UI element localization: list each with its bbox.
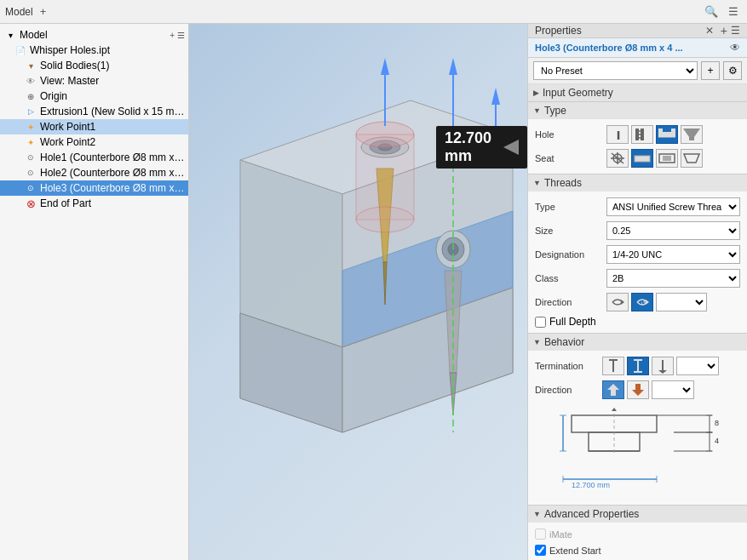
termination-btn-2[interactable] <box>627 357 649 375</box>
tree-item-hole2[interactable]: ⊙ Hole2 (Counterbore Ø8 mm x 4 mm, <box>0 165 188 180</box>
section-input-geometry-header[interactable]: ▶ Input Geometry <box>528 84 747 101</box>
imate-checkbox[interactable] <box>535 529 546 540</box>
section-type-header[interactable]: ▼ Type <box>528 102 747 119</box>
seat-type-btn-4[interactable] <box>681 149 703 168</box>
tree-item-end-of-part[interactable]: ⊗ End of Part <box>0 196 188 211</box>
hole-controls: | | <box>606 125 740 144</box>
behavior-direction-controls <box>602 380 740 399</box>
thread-direction-btn-2[interactable]: ↺ <box>631 293 653 311</box>
svg-rect-28 <box>641 129 644 140</box>
full-depth-row: Full Depth <box>535 314 740 329</box>
preset-select[interactable]: No Preset <box>533 61 698 80</box>
direction-select[interactable] <box>652 380 694 399</box>
seat-type-btn-3[interactable] <box>656 149 678 168</box>
thread-class-select[interactable]: 2B <box>606 269 740 288</box>
thread-class-row: Class 2B <box>535 266 740 290</box>
tree-label-file: Whisper Holes.ipt <box>30 44 110 56</box>
tree-item-view[interactable]: 👁 View: Master <box>0 73 188 89</box>
viewport[interactable]: 12.700 mm <box>189 24 527 560</box>
thread-direction-btn-1[interactable] <box>606 293 629 311</box>
preset-add-button[interactable]: + <box>701 61 720 80</box>
hole-type-btn-2[interactable] <box>631 125 653 144</box>
properties-add-button[interactable]: + <box>721 24 727 37</box>
svg-marker-81 <box>612 408 617 411</box>
behavior-expand-icon: ▼ <box>533 338 541 346</box>
tree-item-solid-bodies[interactable]: ▾ Solid Bodies(1) <box>0 58 188 73</box>
hole1-icon: ⊙ <box>24 151 37 164</box>
add-tab-button[interactable]: + <box>40 5 47 18</box>
type-title: Type <box>544 105 566 117</box>
model-expand-icon: ▾ <box>3 28 17 42</box>
termination-btn-3[interactable] <box>652 357 674 375</box>
origin-icon: ⊕ <box>24 89 37 103</box>
direction-btn-1[interactable] <box>602 380 624 399</box>
seat-type-btn-1[interactable] <box>606 149 629 168</box>
tree-item-hole1[interactable]: ⊙ Hole1 (Counterbore Ø8 mm x 4 mm, <box>0 150 188 165</box>
search-icon[interactable]: 🔍 <box>703 3 720 20</box>
section-input-geometry: ▶ Input Geometry <box>528 84 747 102</box>
thread-designation-select[interactable]: 1/4-20 UNC <box>606 245 740 264</box>
direction-btn-2[interactable] <box>627 380 649 399</box>
section-behavior: ▼ Behavior Termination <box>528 334 747 506</box>
tree-item-file[interactable]: 📄 Whisper Holes.ipt <box>0 43 188 58</box>
termination-select[interactable] <box>676 357 719 375</box>
svg-rect-42 <box>635 156 650 162</box>
thread-size-label: Size <box>535 226 603 236</box>
svg-rect-33 <box>663 132 671 137</box>
tree-item-hole3[interactable]: ⊙ Hole3 (Counterbore Ø8 mm x 4 m <box>0 180 188 196</box>
menu-icon[interactable]: ☰ <box>725 3 742 20</box>
tree-menu-icon[interactable]: ☰ <box>177 31 185 40</box>
thread-type-row: Type ANSI Unified Screw Threa <box>535 195 740 219</box>
thread-type-select[interactable]: ANSI Unified Screw Threa <box>606 197 740 216</box>
prop-tab-title[interactable]: Hole3 (Counterbore Ø8 mm x 4 ... <box>535 43 730 53</box>
tree-item-origin[interactable]: ⊕ Origin <box>0 89 188 104</box>
tree-label-extrusion: Extrusion1 (New Solid x 15 mm) <box>40 106 185 117</box>
hole-type-btn-1[interactable]: | | <box>606 125 629 144</box>
section-threads-header[interactable]: ▼ Threads <box>528 174 747 191</box>
behavior-content: Termination <box>528 351 747 505</box>
properties-title: Properties <box>535 25 702 37</box>
tree-item-workpoint1[interactable]: ✦ Work Point1 <box>0 119 188 134</box>
behavior-direction-label: Direction <box>535 385 599 395</box>
hole-type-btn-4[interactable] <box>681 125 703 144</box>
imate-row: iMate <box>535 526 740 542</box>
svg-rect-71 <box>589 432 640 451</box>
section-behavior-header[interactable]: ▼ Behavior <box>528 334 747 351</box>
properties-menu-button[interactable]: ☰ <box>731 25 740 37</box>
seat-type-btn-2[interactable] <box>631 149 653 168</box>
svg-rect-70 <box>572 415 657 432</box>
hole-diagram-svg: 8 mm 4 mm <box>555 407 721 496</box>
extend-start-checkbox[interactable] <box>535 545 546 556</box>
tree-item-workpoint2[interactable]: ✦ Work Point2 <box>0 134 188 150</box>
full-depth-label: Full Depth <box>549 316 596 328</box>
thread-direction-select[interactable] <box>656 293 707 311</box>
threads-title: Threads <box>544 177 582 189</box>
hole-type-row: Hole | | <box>535 123 740 146</box>
advanced-title: Advanced Properties <box>544 508 639 520</box>
tree-item-model[interactable]: ▾ Model + ☰ <box>0 27 188 43</box>
seat-type-row: Seat <box>535 146 740 170</box>
tree-add-icon[interactable]: + <box>170 31 175 40</box>
visibility-toggle-icon[interactable]: 👁 <box>730 42 740 54</box>
termination-btn-1[interactable] <box>602 357 624 375</box>
dimension-value: 12.700 mm <box>445 129 498 165</box>
expand-icon[interactable] <box>503 140 519 155</box>
thread-direction-label: Direction <box>535 297 603 307</box>
thread-size-select[interactable]: 0.25 <box>606 221 740 240</box>
thread-direction-row: Direction ↺ <box>535 290 740 314</box>
model-tab-label[interactable]: Model <box>5 6 33 18</box>
section-advanced-header[interactable]: ▼ Advanced Properties <box>528 506 747 523</box>
threads-expand-icon: ▼ <box>533 179 541 187</box>
tree-label-model: Model <box>20 29 48 41</box>
tree-item-extrusion[interactable]: ▷ Extrusion1 (New Solid x 15 mm) <box>0 104 188 119</box>
preset-gear-button[interactable]: ⚙ <box>723 61 742 80</box>
hole-type-btn-3[interactable] <box>656 125 678 144</box>
thread-direction-controls: ↺ <box>606 293 740 311</box>
type-content: Hole | | <box>528 119 747 174</box>
workpoint1-icon: ✦ <box>24 120 37 134</box>
properties-panel: Properties ✕ + ☰ Hole3 (Counterbore Ø8 m… <box>527 24 747 560</box>
thread-designation-label: Designation <box>535 249 603 260</box>
full-depth-checkbox[interactable] <box>535 317 546 328</box>
view-icon: 👁 <box>24 74 37 88</box>
properties-close-button[interactable]: ✕ <box>705 25 714 37</box>
